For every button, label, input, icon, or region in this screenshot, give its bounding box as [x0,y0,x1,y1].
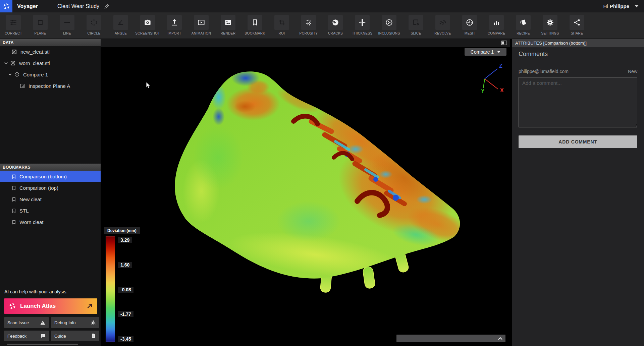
tool-mesh[interactable]: MESH [456,12,483,39]
bookmarks-header-label: BOOKMARKS [3,165,31,170]
tool-revolve[interactable]: REVOLVE [429,12,456,39]
data-tree: new_cleat.stl worn_cleat.stl Compare 1 [0,46,101,92]
add-comment-button[interactable]: ADD COMMENT [519,135,637,148]
tool-label: LINE [63,32,71,35]
thickness-icon [358,18,367,27]
bookmark-comparison-bottom[interactable]: Comparison (bottom) [0,171,101,182]
chevron-up-icon [498,337,503,340]
compare-dropdown[interactable]: Compare 1 [465,48,506,56]
app-name: Voyager [17,3,38,9]
compare-cube-icon [14,72,20,77]
bookmark-stl[interactable]: STL [0,205,101,216]
tool-label: POROSITY [300,32,318,35]
tool-label: THICKNESS [352,32,373,35]
scan-issue-button[interactable]: Scan Issue [4,317,49,328]
legend-tick: -3.45 [118,336,133,342]
axis-x-label: X [500,88,504,93]
tool-label: PLANE [35,32,46,35]
legend-tick: 3.29 [118,237,132,243]
tool-animation[interactable]: ANIMATION [188,12,215,39]
bookmark-icon [251,18,259,27]
viewport-top-strip [101,39,510,47]
tool-slice[interactable]: SLICE [402,12,429,39]
tool-label: COMPARE [488,32,505,35]
tree-item-label: new_cleat.stl [20,49,50,55]
inspection-plane-icon [19,83,25,89]
tool-thickness[interactable]: THICKNESS [349,12,376,39]
split-panel-icon[interactable] [501,41,507,45]
square-icon [36,18,45,27]
tool-roi[interactable]: ROI [268,12,295,39]
slice-icon [412,18,420,27]
debug-info-button[interactable]: Debug Info [51,317,99,328]
tree-item-worn-cleat[interactable]: worn_cleat.stl [0,57,101,69]
legend-tick: -0.08 [118,287,133,293]
play-box-icon [197,18,206,27]
bookmark-comparison-top[interactable]: Comparison (top) [0,182,101,193]
lumafield-logo [0,0,12,12]
bottom-panel-expander[interactable] [396,335,505,342]
comment-meta-row: philippe@lumafield.com New [519,69,637,74]
launch-atlas-button[interactable]: Launch Atlas [4,298,97,314]
bookmark-icon [11,208,16,213]
tool-settings[interactable]: SETTINGS [537,12,564,39]
tool-compare[interactable]: COMPARE [483,12,510,39]
chevron-down-icon[interactable] [8,72,12,76]
tool-correct[interactable]: CORRECT [0,12,27,39]
title-bar: Voyager Cleat Wear Study Hi Philippe [0,0,644,12]
tool-angle[interactable]: ANGLE [107,12,134,39]
tree-item-inspection-plane-a[interactable]: Inspection Plane A [0,80,101,92]
tool-screenshot[interactable]: SCREENSHOT [134,12,161,39]
mesh-file-icon [11,49,17,55]
legend-ticks: 3.29 1.60 -0.08 -1.77 -3.45 [118,236,158,342]
guide-button[interactable]: Guide [51,331,99,341]
comment-new-label[interactable]: New [628,69,637,74]
tool-cracks[interactable]: CRACKS [322,12,349,39]
tool-render[interactable]: RENDER [215,12,241,39]
chevron-down-icon[interactable] [4,61,8,65]
dropdown-caret-icon [497,51,500,53]
tree-item-compare-1[interactable]: Compare 1 [0,69,101,80]
feedback-button[interactable]: Feedback [4,331,49,341]
axis-z-label: Z [499,63,502,69]
sidebar: DATA new_cleat.stl worn_cleat.stl C [0,39,101,346]
axis-gizmo[interactable]: Z X Y [463,59,510,99]
tool-label: ROI [279,32,285,35]
bar-chart-icon [492,18,501,27]
cleat-deviation-model[interactable] [101,47,510,346]
project-title: Cleat Wear Study [57,3,99,9]
user-caret-down-icon [635,5,639,8]
tool-bookmark[interactable]: BOOKMARK [241,12,268,39]
tool-label: RECIPE [517,32,530,35]
tool-recipe[interactable]: RECIPE [510,12,537,39]
gear-icon [546,18,554,27]
image-icon [224,18,232,27]
tool-plane[interactable]: PLANE [27,12,54,39]
bookmark-worn-cleat[interactable]: Worn cleat [0,216,101,228]
mesh-file-icon [10,60,16,66]
tree-item-new-cleat[interactable]: new_cleat.stl [0,46,101,57]
tool-import[interactable]: IMPORT [161,12,188,39]
arrow-up-right-icon [87,303,93,309]
data-section-header: DATA [0,39,101,46]
viewport-3d[interactable]: Compare 1 Z X Y Deviation (mm) 3.29 1.60… [101,39,510,346]
bookmarks-list: Comparison (bottom) Comparison (top) New… [0,171,101,228]
sidebar-horizontal-scrollbar[interactable] [7,344,78,345]
tool-share[interactable]: SHARE [564,12,590,39]
bookmark-new-cleat[interactable]: New cleat [0,193,101,205]
user-menu[interactable]: Hi Philippe [603,3,639,9]
tool-inclusions[interactable]: INCLUSIONS [376,12,402,39]
bookmark-label: Comparison (top) [19,185,58,191]
line-icon [63,18,71,27]
attributes-panel: ATTRIBUTES [Comparison (bottom)] Comment… [512,39,644,346]
edit-title-icon[interactable] [104,4,109,9]
bookmarks-section-header: BOOKMARKS [0,164,101,171]
comment-input[interactable] [519,77,637,127]
data-header-label: DATA [3,40,14,45]
tool-line[interactable]: LINE [54,12,80,39]
warning-icon [40,320,46,325]
tool-circle[interactable]: CIRCLE [80,12,107,39]
tool-label: ANIMATION [192,32,211,35]
attributes-panel-header: ATTRIBUTES [Comparison (bottom)] [512,39,644,47]
tool-porosity[interactable]: POROSITY [295,12,322,39]
